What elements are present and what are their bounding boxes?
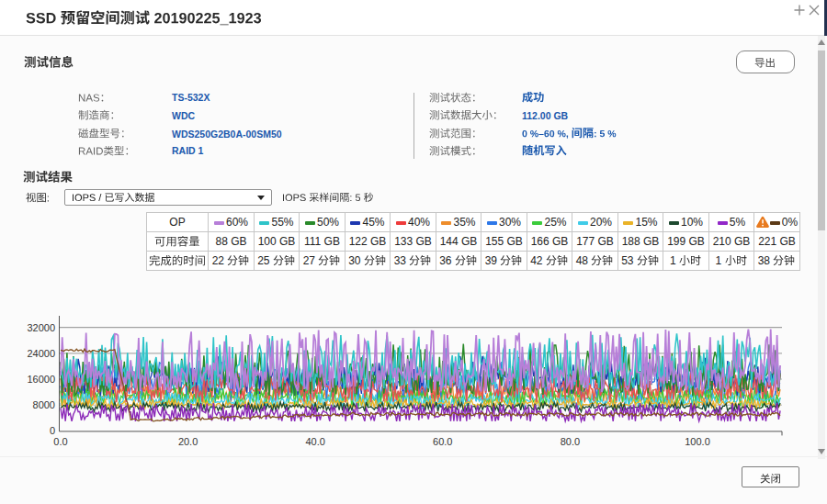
svg-text:0: 0 <box>50 425 55 436</box>
svg-text:100.0: 100.0 <box>685 436 710 447</box>
svg-text:20.0: 20.0 <box>178 436 198 447</box>
svg-text:16000: 16000 <box>27 374 55 385</box>
svg-text:60.0: 60.0 <box>433 436 452 447</box>
svg-text:40.0: 40.0 <box>305 436 324 447</box>
svg-text:0.0: 0.0 <box>53 436 67 447</box>
svg-text:32000: 32000 <box>27 322 55 333</box>
svg-text:24000: 24000 <box>27 348 55 359</box>
svg-text:8000: 8000 <box>33 399 55 410</box>
svg-text:80.0: 80.0 <box>561 436 580 447</box>
